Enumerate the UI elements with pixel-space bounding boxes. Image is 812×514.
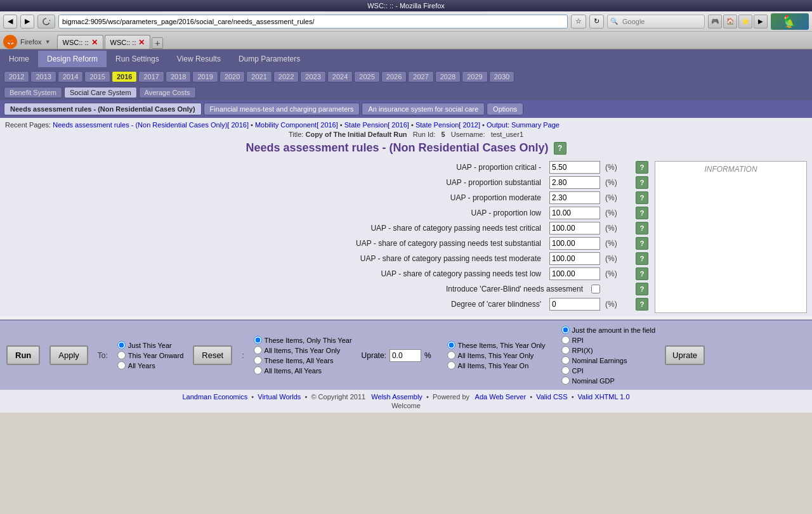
- far-right-radio-4[interactable]: [561, 366, 570, 375]
- year-tab-2019[interactable]: 2019: [192, 71, 218, 82]
- form-input-7[interactable]: [549, 267, 600, 280]
- apply-to-radio-0[interactable]: [117, 341, 126, 349]
- recent-page-link-1[interactable]: Mobility Component[ 2016]: [255, 121, 338, 129]
- forward-button[interactable]: ▶: [20, 15, 34, 29]
- page-tab-0[interactable]: Needs assessment rules - (Non Residentia…: [4, 103, 202, 115]
- form-help-7[interactable]: ?: [636, 267, 648, 280]
- year-tab-2015[interactable]: 2015: [84, 71, 110, 82]
- form-input-3[interactable]: [549, 207, 600, 219]
- these-items-radio-1[interactable]: [254, 346, 262, 354]
- page-tab-1[interactable]: Financial means-test and charging parame…: [204, 103, 360, 115]
- page-tab-2[interactable]: An insurance system for social care: [362, 103, 485, 115]
- uprate-input[interactable]: [390, 349, 421, 362]
- subsystem-tab-0[interactable]: Benefit System: [4, 87, 62, 98]
- year-tab-2022[interactable]: 2022: [273, 71, 299, 82]
- year-tab-2029[interactable]: 2029: [462, 71, 487, 82]
- back-button[interactable]: ◀: [3, 15, 17, 29]
- tab-2[interactable]: WSC:: :: ✕: [105, 35, 151, 49]
- addon-button3[interactable]: ⭐: [738, 15, 752, 29]
- run-button[interactable]: Run: [6, 345, 40, 365]
- form-help-5[interactable]: ?: [636, 237, 648, 250]
- form-help-6[interactable]: ?: [636, 252, 648, 265]
- year-tab-2013[interactable]: 2013: [30, 71, 56, 82]
- year-tab-2026[interactable]: 2026: [381, 71, 407, 82]
- far-right-radio-2[interactable]: [561, 346, 570, 354]
- apply-to-radio-2[interactable]: [117, 361, 126, 369]
- form-input-0[interactable]: [549, 161, 600, 174]
- far-right-radio-1[interactable]: [561, 336, 570, 344]
- form-help-8[interactable]: ?: [636, 283, 648, 295]
- year-tab-2014[interactable]: 2014: [58, 71, 83, 82]
- footer-ada-web[interactable]: Ada Web Server: [475, 393, 527, 401]
- addon-button4[interactable]: ▶: [754, 15, 768, 29]
- reset-button[interactable]: Reset: [193, 345, 232, 365]
- year-tab-2017[interactable]: 2017: [138, 71, 164, 82]
- nav-view-results[interactable]: View Results: [168, 51, 230, 67]
- form-help-0[interactable]: ?: [636, 161, 648, 174]
- year-tab-2024[interactable]: 2024: [327, 71, 353, 82]
- firefox-menu[interactable]: 🦊 Firefox ▼: [3, 35, 51, 49]
- form-input-6[interactable]: [549, 252, 600, 265]
- uprate-button[interactable]: Uprate: [665, 345, 705, 365]
- year-tab-2020[interactable]: 2020: [219, 71, 245, 82]
- subsystem-tab-1[interactable]: Social Care System: [64, 87, 137, 98]
- recent-page-link-2[interactable]: State Pension[ 2016]: [344, 121, 409, 129]
- right-scope-radio-0[interactable]: [447, 341, 455, 349]
- far-right-radio-5[interactable]: [561, 376, 570, 385]
- page-tab-3[interactable]: Options: [487, 103, 523, 115]
- year-tab-2023[interactable]: 2023: [300, 71, 325, 82]
- search-input[interactable]: [619, 15, 702, 29]
- footer-valid-css[interactable]: Valid CSS: [536, 393, 567, 401]
- form-input-9[interactable]: [549, 298, 600, 311]
- recent-page-link-3[interactable]: State Pension[ 2012]: [416, 121, 480, 129]
- go-button[interactable]: ↻: [589, 15, 604, 29]
- year-tab-2027[interactable]: 2027: [408, 71, 433, 82]
- form-help-9[interactable]: ?: [636, 298, 648, 311]
- right-scope-radio-1[interactable]: [447, 351, 455, 359]
- apply-button[interactable]: Apply: [49, 345, 88, 365]
- recent-page-link-0[interactable]: Needs assessment rules - (Non Residentia…: [53, 121, 249, 129]
- these-items-radio-0[interactable]: [254, 336, 262, 344]
- subsystem-tab-2[interactable]: Average Costs: [139, 87, 196, 98]
- form-input-2[interactable]: [549, 191, 600, 204]
- these-items-radio-3[interactable]: [254, 366, 262, 375]
- new-tab-button[interactable]: +: [152, 37, 163, 49]
- tab-2-close[interactable]: ✕: [138, 38, 145, 47]
- nav-home[interactable]: Home: [0, 51, 38, 67]
- addon-button[interactable]: 🎮: [708, 15, 722, 29]
- refresh-button[interactable]: [37, 15, 55, 29]
- form-checkbox-8[interactable]: [591, 285, 600, 293]
- page-title-help-icon[interactable]: ?: [554, 142, 566, 155]
- year-tab-2025[interactable]: 2025: [354, 71, 379, 82]
- far-right-radio-3[interactable]: [561, 356, 570, 364]
- year-tab-2030[interactable]: 2030: [489, 71, 514, 82]
- form-help-2[interactable]: ?: [636, 191, 648, 204]
- form-help-1[interactable]: ?: [636, 176, 648, 189]
- year-tab-2016[interactable]: 2016: [112, 71, 137, 82]
- footer-virtual-worlds[interactable]: Virtual Worlds: [258, 393, 301, 401]
- these-items-radio-2[interactable]: [254, 356, 262, 364]
- footer-welsh-assembly[interactable]: Welsh Assembly: [371, 393, 422, 401]
- recent-page-link-4[interactable]: Output: Summary Page: [487, 121, 560, 129]
- year-tab-2028[interactable]: 2028: [435, 71, 461, 82]
- year-tab-2012[interactable]: 2012: [4, 71, 29, 82]
- footer-landman[interactable]: Landman Economics: [182, 393, 247, 401]
- address-bar[interactable]: [58, 15, 568, 29]
- year-tab-2021[interactable]: 2021: [246, 71, 272, 82]
- bookmark-button[interactable]: ☆: [571, 15, 586, 29]
- form-input-1[interactable]: [549, 176, 600, 189]
- year-tab-2018[interactable]: 2018: [166, 71, 191, 82]
- addon-button2[interactable]: 🏠: [723, 15, 737, 29]
- form-help-3[interactable]: ?: [636, 207, 648, 219]
- apply-to-radio-1[interactable]: [117, 351, 126, 359]
- footer-valid-xhtml[interactable]: Valid XHTML 1.0: [578, 393, 630, 401]
- form-input-4[interactable]: [549, 222, 600, 235]
- tab-1-close[interactable]: ✕: [91, 38, 98, 47]
- form-help-4[interactable]: ?: [636, 222, 648, 235]
- nav-run-settings[interactable]: Run Settings: [107, 51, 168, 67]
- form-input-5[interactable]: [549, 237, 600, 250]
- right-scope-radio-2[interactable]: [447, 361, 455, 369]
- nav-dump-parameters[interactable]: Dump Parameters: [230, 51, 309, 67]
- tab-1[interactable]: WSC:: :: ✕: [57, 35, 103, 49]
- far-right-radio-0[interactable]: [561, 326, 570, 334]
